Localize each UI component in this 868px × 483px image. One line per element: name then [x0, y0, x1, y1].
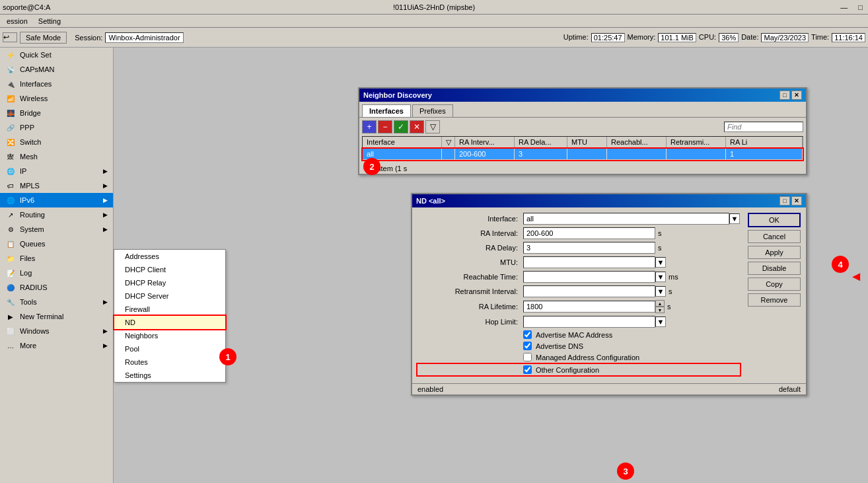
reachable-input[interactable]: [523, 271, 655, 283]
td-retransmit: [667, 149, 726, 159]
submenu-addresses[interactable]: Addresses: [114, 250, 225, 263]
sidebar-item-label: Quick Set: [20, 51, 52, 59]
sidebar-item-queues[interactable]: 📋 Queues: [0, 237, 113, 251]
retransmit-input[interactable]: [523, 285, 655, 297]
sidebar-item-tools[interactable]: 🔧 Tools ▶: [0, 295, 113, 309]
nd-add-btn[interactable]: +: [362, 120, 377, 133]
sidebar-item-mesh[interactable]: 🕸 Mesh: [0, 149, 113, 164]
cancel-button[interactable]: Cancel: [748, 230, 801, 243]
submenu-dhcp-client[interactable]: DHCP Client: [114, 263, 225, 276]
submenu-nd[interactable]: ND: [114, 316, 225, 329]
managed-address-checkbox[interactable]: [523, 353, 532, 361]
sidebar-item-label: Mesh: [20, 153, 38, 161]
maximize-btn[interactable]: □: [855, 3, 865, 11]
new-terminal-icon: ▶: [5, 311, 16, 322]
nd-tab-interfaces[interactable]: Interfaces: [362, 104, 411, 117]
mpls-icon: 🏷: [5, 180, 16, 191]
sidebar-item-capsman[interactable]: 📡 CAPsMAN: [0, 62, 113, 77]
nd-dialog-status-left: enabled: [417, 385, 443, 393]
sidebar-item-bridge[interactable]: 🌉 Bridge: [0, 106, 113, 120]
reachable-dropdown-btn[interactable]: ▼: [655, 272, 666, 282]
advertise-dns-checkbox[interactable]: [523, 342, 532, 350]
other-config-label: Other Configuration: [536, 366, 599, 374]
mtu-input[interactable]: [523, 256, 655, 268]
windows-arrow: ▶: [103, 328, 108, 334]
sidebar-item-ppp[interactable]: 🔗 PPP: [0, 120, 113, 135]
sidebar-item-system[interactable]: ⚙ System ▶: [0, 222, 113, 237]
copy-button[interactable]: Copy: [748, 278, 801, 291]
sidebar-item-label: Bridge: [20, 109, 41, 117]
sidebar-item-new-terminal[interactable]: ▶ New Terminal: [0, 309, 113, 324]
sidebar-item-ip[interactable]: 🌐 IP ▶: [0, 164, 113, 178]
nd-toolbar: + − ✓ ✕ ▽: [359, 117, 806, 136]
interface-dropdown-btn[interactable]: ▼: [729, 213, 740, 224]
nd-check-btn[interactable]: ✓: [394, 120, 408, 133]
other-config-checkbox[interactable]: [523, 365, 532, 374]
nd-dialog-minimize-btn[interactable]: □: [779, 196, 790, 205]
td-ra-li: 1: [726, 149, 803, 159]
nd-find-input[interactable]: [724, 122, 803, 132]
safe-mode-button[interactable]: Safe Mode: [20, 32, 67, 44]
sidebar-item-wireless[interactable]: 📶 Wireless: [0, 91, 113, 106]
sidebar-item-log[interactable]: 📝 Log: [0, 266, 113, 280]
submenu-routes[interactable]: Routes: [114, 355, 225, 369]
submenu-neighbors[interactable]: Neighbors: [114, 329, 225, 342]
uptime-value: 01:25:47: [591, 33, 625, 42]
ipv6-submenu: Addresses DHCP Client DHCP Relay DHCP Se…: [114, 249, 226, 383]
ra-lifetime-down[interactable]: ▼: [655, 307, 665, 313]
submenu-pool[interactable]: Pool: [114, 342, 225, 355]
submenu-firewall[interactable]: Firewall: [114, 303, 225, 316]
sidebar-item-ipv6[interactable]: 🌐 IPv6 ▶: [0, 193, 113, 207]
sidebar-item-quick-set[interactable]: ⚡ Quick Set: [0, 48, 113, 62]
nd-minimize-btn[interactable]: □: [779, 91, 790, 100]
nd-close-btn[interactable]: ✕: [791, 91, 802, 100]
sidebar-item-more[interactable]: … More ▶: [0, 338, 113, 353]
ra-delay-input[interactable]: [523, 242, 655, 254]
nd-title-text: Neighbor Discovery: [363, 91, 432, 99]
th-checkbox: ▽: [442, 137, 455, 148]
time-label: Time:: [811, 33, 829, 42]
ra-lifetime-up[interactable]: ▲: [655, 300, 665, 307]
switch-icon: 🔀: [5, 137, 16, 147]
retransmit-dropdown-btn[interactable]: ▼: [655, 286, 666, 297]
nd-x-btn[interactable]: ✕: [410, 120, 424, 133]
nd-filter-btn[interactable]: ▽: [425, 120, 440, 133]
annotation-4: 4: [832, 256, 849, 273]
advertise-mac-checkbox[interactable]: [523, 330, 532, 339]
disable-button[interactable]: Disable: [748, 262, 801, 275]
nd-dialog-close-btn[interactable]: ✕: [791, 196, 802, 205]
sidebar-item-radius[interactable]: 🔵 RADIUS: [0, 280, 113, 295]
mtu-dropdown-btn[interactable]: ▼: [655, 257, 666, 268]
nd-tab-prefixes[interactable]: Prefixes: [412, 104, 453, 117]
sidebar-item-interfaces[interactable]: 🔌 Interfaces: [0, 77, 113, 91]
sidebar-item-files[interactable]: 📁 Files: [0, 251, 113, 266]
nd-table-header: Interface ▽ RA Interv... RA Dela... MTU …: [363, 137, 803, 149]
ra-interval-input[interactable]: [523, 227, 655, 239]
menu-session[interactable]: ession: [1, 16, 33, 26]
hop-limit-dropdown-btn[interactable]: ▼: [655, 316, 666, 327]
system-icon: ⚙: [5, 224, 16, 235]
submenu-dhcp-server[interactable]: DHCP Server: [114, 289, 225, 303]
toolbar-icon-btn[interactable]: ↩: [3, 32, 17, 42]
submenu-dhcp-relay[interactable]: DHCP Relay: [114, 276, 225, 289]
hop-limit-input[interactable]: [523, 316, 655, 328]
minimize-btn[interactable]: —: [838, 3, 850, 11]
form-row-ra-delay: RA Delay: s: [417, 242, 740, 254]
nd-table-row-all[interactable]: all 200-600 3 1: [363, 149, 803, 160]
submenu-settings[interactable]: Settings: [114, 369, 225, 382]
ip-icon: 🌐: [5, 166, 16, 176]
menu-setting[interactable]: Setting: [33, 16, 66, 26]
memory-label: Memory:: [628, 33, 656, 42]
nd-dialog-body: Interface: ▼ RA Interval: s: [412, 207, 806, 383]
ra-lifetime-input[interactable]: [523, 301, 655, 313]
sidebar-item-windows[interactable]: ⬜ Windows ▶: [0, 324, 113, 338]
interface-input[interactable]: [523, 213, 729, 225]
sidebar-item-mpls[interactable]: 🏷 MPLS ▶: [0, 178, 113, 193]
ok-button[interactable]: OK: [748, 213, 801, 227]
nd-remove-btn[interactable]: −: [378, 120, 392, 133]
sidebar-item-switch[interactable]: 🔀 Switch: [0, 135, 113, 149]
sidebar-item-routing[interactable]: ↗ Routing ▶: [0, 207, 113, 222]
title-bar-title: !011UiAS-2HnD (mipsbe): [393, 3, 475, 11]
apply-button[interactable]: Apply: [748, 246, 801, 259]
remove-button[interactable]: Remove: [748, 293, 801, 307]
